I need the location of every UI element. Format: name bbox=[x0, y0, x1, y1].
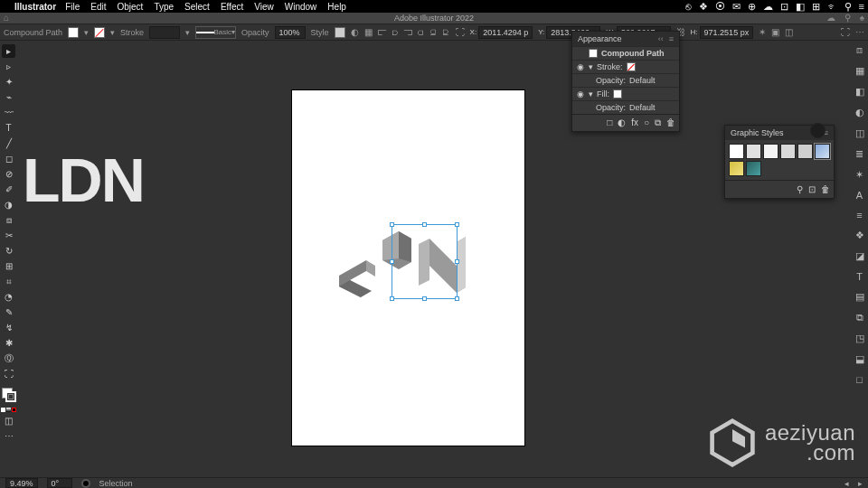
home-icon[interactable]: ⌂ bbox=[4, 13, 9, 23]
fill-stroke-indicator[interactable] bbox=[2, 388, 16, 402]
line-tool[interactable]: ╱ bbox=[2, 136, 15, 150]
visibility-toggle[interactable]: ◉ bbox=[576, 62, 585, 71]
pref-icon[interactable]: ⛶ bbox=[841, 27, 850, 37]
handle-bottom-left[interactable] bbox=[390, 296, 394, 301]
stroke-dropdown-icon[interactable]: ▾ bbox=[110, 28, 115, 37]
zoom-field[interactable]: 9.49% bbox=[5, 478, 38, 488]
menu-edit[interactable]: Edit bbox=[90, 2, 106, 12]
shape-builder-tool[interactable]: ⌗ bbox=[2, 275, 15, 288]
handle-top-right[interactable] bbox=[455, 222, 459, 227]
swatches-panel-icon[interactable]: ◧ bbox=[855, 86, 864, 98]
pencil-tool[interactable]: ✐ bbox=[2, 183, 15, 196]
graphic-style-thumb[interactable] bbox=[746, 144, 761, 159]
direct-selection-tool[interactable]: ▹ bbox=[2, 60, 15, 73]
menu-object[interactable]: Object bbox=[117, 2, 143, 12]
wifi-icon[interactable]: ᯤ bbox=[827, 1, 837, 12]
eyedropper-tool[interactable]: ✱ bbox=[2, 336, 15, 350]
status-icon[interactable]: ⎋ bbox=[685, 1, 692, 12]
visibility-toggle[interactable]: ◉ bbox=[576, 89, 585, 99]
style-library-icon[interactable]: ⚲ bbox=[797, 184, 803, 194]
handle-mid-left[interactable] bbox=[390, 259, 394, 264]
stroke-value-swatch[interactable] bbox=[627, 62, 636, 71]
fill-dropdown-icon[interactable]: ▾ bbox=[84, 28, 89, 37]
transform-panel-icon[interactable]: ❖ bbox=[855, 230, 864, 241]
gradient-panel-icon[interactable]: ✶ bbox=[855, 169, 863, 181]
eraser-tool[interactable]: ◑ bbox=[2, 198, 15, 211]
scroll-left-icon[interactable]: ◂ bbox=[844, 479, 849, 488]
panel-menu-icon[interactable]: ≡ bbox=[669, 34, 674, 43]
status-icon[interactable]: ⊡ bbox=[780, 1, 788, 13]
spotlight-icon[interactable]: ⚲ bbox=[844, 1, 852, 13]
layers-panel-icon[interactable]: ⧉ bbox=[856, 312, 863, 324]
arrange-icon[interactable]: ♠ bbox=[860, 13, 864, 23]
lasso-tool[interactable]: ⌁ bbox=[2, 90, 15, 104]
shape-mode-icon[interactable]: ✶ bbox=[759, 27, 766, 37]
selection-bounding-box[interactable] bbox=[392, 224, 458, 299]
add-fill-icon[interactable]: ◐ bbox=[618, 117, 626, 128]
doc-setup-icon[interactable]: ▦ bbox=[364, 27, 373, 37]
rectangle-tool[interactable]: ◻ bbox=[2, 152, 15, 165]
menu-select[interactable]: Select bbox=[184, 2, 210, 12]
symbols-panel-icon[interactable]: ◫ bbox=[855, 127, 864, 139]
row-caret-icon[interactable]: ▾ bbox=[589, 62, 593, 71]
scissors-tool[interactable]: ✂ bbox=[2, 229, 15, 242]
add-stroke-icon[interactable]: □ bbox=[607, 117, 612, 128]
align-left-icon[interactable]: ⫍ bbox=[378, 27, 387, 37]
handle-mid-right[interactable] bbox=[455, 259, 459, 264]
scroll-right-icon[interactable]: ▸ bbox=[858, 479, 863, 488]
stroke-dash-icon[interactable]: ▾ bbox=[185, 28, 190, 37]
menu-file[interactable]: File bbox=[65, 2, 80, 12]
transform-icon[interactable]: ⛶ bbox=[456, 27, 465, 37]
graphic-style-thumb[interactable] bbox=[797, 144, 813, 159]
more-icon[interactable]: ⋯ bbox=[855, 27, 864, 37]
pen-tool[interactable]: 〰 bbox=[2, 106, 15, 119]
rotate-field[interactable]: 0° bbox=[47, 478, 72, 488]
stroke-weight-field[interactable] bbox=[149, 26, 180, 39]
add-effect-icon[interactable]: fx bbox=[631, 117, 638, 128]
align-panel-icon[interactable]: ◪ bbox=[855, 250, 864, 262]
edit-toolbar[interactable]: ⋯ bbox=[2, 429, 15, 443]
graphic-style-thumb[interactable] bbox=[746, 161, 761, 176]
width-tool[interactable]: ↻ bbox=[2, 244, 15, 258]
appearance-panel[interactable]: Appearance ‹‹≡ Compound Path ◉▾Stroke: O… bbox=[571, 31, 680, 132]
perspective-tool[interactable]: ◔ bbox=[2, 290, 15, 304]
free-transform-tool[interactable]: ⊞ bbox=[2, 259, 15, 273]
recolor-icon[interactable]: ◐ bbox=[351, 27, 359, 37]
align-top-icon[interactable]: ⫏ bbox=[416, 27, 425, 37]
links-panel-icon[interactable]: ⬓ bbox=[855, 353, 864, 365]
style-swatch[interactable] bbox=[335, 27, 345, 38]
status-icon[interactable]: ◧ bbox=[796, 1, 805, 13]
color-mode-row[interactable] bbox=[1, 408, 16, 412]
fill-swatch[interactable] bbox=[68, 27, 79, 38]
graphic-style-thumb[interactable] bbox=[815, 144, 830, 159]
artboard[interactable] bbox=[292, 90, 524, 446]
status-icon[interactable]: ✉ bbox=[732, 1, 741, 13]
handle-top-left[interactable] bbox=[390, 222, 394, 227]
mesh-tool[interactable]: ✎ bbox=[2, 305, 15, 319]
menu-effect[interactable]: Effect bbox=[221, 2, 243, 12]
delete-style-icon[interactable]: 🗑 bbox=[821, 184, 830, 194]
new-style-icon[interactable]: ⊡ bbox=[808, 184, 816, 194]
opacity-field[interactable]: 100% bbox=[275, 26, 306, 39]
character-panel-icon[interactable]: A bbox=[856, 190, 863, 201]
h-field[interactable]: 971.2515 px bbox=[700, 26, 754, 39]
control-center-icon[interactable]: ≡ bbox=[859, 1, 864, 12]
x-field[interactable]: 2011.4294 p bbox=[478, 26, 533, 39]
fill-opacity-value[interactable]: Default bbox=[629, 103, 656, 112]
align-vcenter-icon[interactable]: ⫑ bbox=[429, 27, 438, 37]
paragraph-panel-icon[interactable]: ≡ bbox=[856, 210, 862, 221]
status-icon[interactable]: ⊞ bbox=[812, 1, 820, 13]
stroke-panel-icon[interactable]: ≣ bbox=[855, 148, 863, 160]
handle-bottom-right[interactable] bbox=[455, 296, 459, 301]
duplicate-icon[interactable]: ⧉ bbox=[655, 117, 661, 128]
fill-value-swatch[interactable] bbox=[613, 89, 622, 99]
app-name[interactable]: Illustrator bbox=[14, 2, 56, 12]
stroke-profile[interactable]: Basic ▾ bbox=[195, 26, 236, 39]
menu-help[interactable]: Help bbox=[327, 2, 346, 12]
menu-type[interactable]: Type bbox=[154, 2, 174, 12]
mask-icon[interactable]: ◫ bbox=[785, 27, 793, 37]
handle-bottom-center[interactable] bbox=[422, 296, 427, 301]
status-icon[interactable]: ⦿ bbox=[715, 1, 725, 12]
type-panel-icon[interactable]: T bbox=[856, 271, 863, 282]
type-tool[interactable]: T bbox=[2, 121, 15, 135]
